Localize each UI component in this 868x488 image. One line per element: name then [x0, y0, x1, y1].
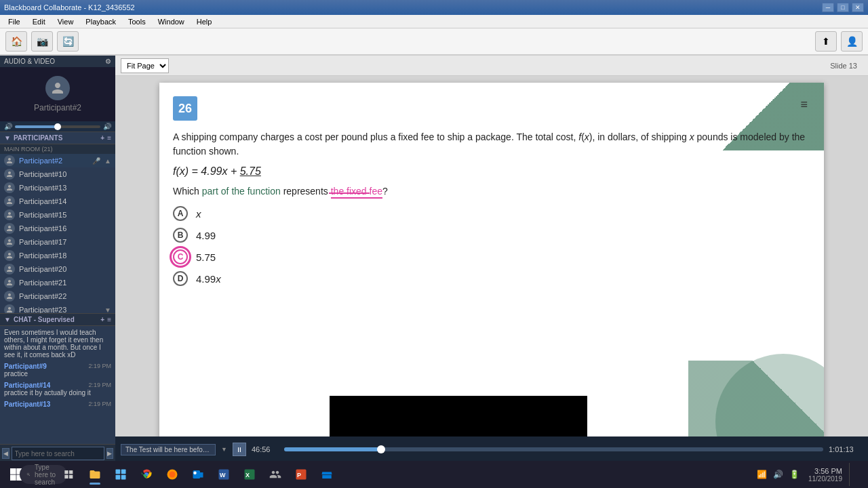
slide-content: A shipping company charges a cost per po…	[173, 130, 810, 293]
menu-file[interactable]: File	[3, 16, 26, 27]
main-layout: AUDIO & VIDEO ⚙ Participant#2 🔊 🔊	[0, 56, 868, 462]
chat-input[interactable]	[12, 447, 104, 460]
tray-volume-icon[interactable]: 🔊	[772, 463, 785, 486]
participant-item[interactable]: Participant#23 ▼	[0, 303, 115, 313]
menu-window[interactable]: Window	[153, 16, 190, 27]
page-controls: Fit Page 50% 75% 100% 150% Slide 13	[115, 56, 868, 76]
av-header: AUDIO & VIDEO ⚙	[0, 56, 115, 67]
taskbar-word[interactable]: W	[212, 463, 236, 486]
taskbar-people[interactable]	[263, 463, 288, 486]
option-text-b: 4.99	[196, 230, 216, 241]
slide-formula: f(x) = 4.99x + 5.75	[173, 165, 810, 178]
system-clock[interactable]: 3:56 PM 11/20/2019	[804, 467, 846, 483]
participant-item[interactable]: Participant#13	[0, 181, 115, 195]
toolbar-refresh-button[interactable]: 🔄	[57, 31, 79, 52]
show-desktop-button[interactable]	[849, 463, 863, 486]
menu-playback[interactable]: Playback	[80, 16, 121, 27]
maximize-button[interactable]: □	[837, 3, 849, 12]
slide-viewport: 26 ≡ A shipping company charges a cost p…	[115, 76, 868, 436]
chat-message: Participant#9 2:19 PM practice	[4, 363, 111, 378]
avatar	[4, 196, 15, 207]
participant-item[interactable]: Participant#14	[0, 195, 115, 208]
chat-menu-button[interactable]: ≡	[107, 316, 111, 323]
volume-slider[interactable]	[15, 125, 100, 128]
progress-track[interactable]	[284, 447, 823, 451]
participant-item[interactable]: Participant#2 🎤 ▲	[0, 154, 115, 167]
chat-sender: Participant#14	[4, 382, 50, 389]
participant-item[interactable]: Participant#10	[0, 167, 115, 181]
menu-view[interactable]: View	[52, 16, 79, 27]
participants-menu-button[interactable]: ≡	[107, 134, 111, 142]
option-circle-a[interactable]: A	[173, 206, 188, 221]
taskbar-outlook[interactable]	[186, 463, 210, 486]
slide-number-badge: 26	[173, 96, 197, 121]
taskbar-microsoft-store[interactable]	[315, 463, 339, 486]
taskbar-apps[interactable]	[108, 463, 133, 486]
taskbar-powerpoint[interactable]: P	[289, 463, 313, 486]
taskbar-chrome[interactable]	[134, 463, 159, 486]
participant-name: Participant#16	[19, 224, 111, 232]
chat-time: 2:19 PM	[88, 401, 111, 407]
chat-prev-button[interactable]: ◀	[2, 448, 9, 459]
taskbar-firefox[interactable]	[160, 463, 184, 486]
taskbar-search[interactable]: Type here to search	[31, 463, 56, 486]
avatar	[4, 182, 15, 193]
menu-help[interactable]: Help	[191, 16, 218, 27]
avatar	[4, 277, 15, 288]
playback-dropdown[interactable]: ▼	[221, 446, 227, 453]
left-panel: AUDIO & VIDEO ⚙ Participant#2 🔊 🔊	[0, 56, 115, 462]
minimize-button[interactable]: ─	[822, 3, 834, 12]
tray-network-icon[interactable]: 📶	[755, 463, 769, 486]
svg-text:P: P	[297, 472, 301, 479]
chat-message: Participant#13 2:19 PM	[4, 401, 111, 408]
answer-option-a: A x	[173, 206, 810, 221]
toolbar-home-button[interactable]: 🏠	[5, 31, 27, 52]
toolbar-camera-button[interactable]: 📷	[31, 31, 53, 52]
toolbar-person-button[interactable]: 👤	[841, 31, 863, 52]
chat-text: practice it by actually doing it	[4, 389, 111, 396]
participant-name: Participant#23	[19, 306, 100, 313]
participant-item[interactable]: Participant#20	[0, 262, 115, 276]
option-circle-b[interactable]: B	[173, 228, 188, 243]
chat-next-button[interactable]: ▶	[106, 448, 114, 459]
svg-rect-8	[193, 472, 197, 475]
option-circle-d[interactable]: D	[173, 271, 188, 286]
tray-battery-icon[interactable]: 🔋	[788, 463, 802, 486]
progress-thumb[interactable]	[377, 445, 385, 453]
participant-item[interactable]: Participant#22	[0, 289, 115, 303]
scroll-down-button[interactable]: ▼	[104, 306, 111, 314]
taskbar-excel[interactable]: X	[237, 463, 262, 486]
chat-add-button[interactable]: +	[100, 316, 104, 323]
participant-item[interactable]: Participant#21	[0, 276, 115, 289]
av-title: AUDIO & VIDEO	[4, 58, 55, 65]
slide-indicator: Slide 13	[830, 62, 863, 70]
collapse-icon[interactable]: ▼	[4, 134, 11, 142]
participant-item[interactable]: Participant#17	[0, 235, 115, 249]
taskbar-task-view[interactable]	[57, 463, 81, 486]
avatar	[4, 264, 15, 274]
taskbar-file-explorer[interactable]	[83, 463, 107, 486]
chat-collapse-icon[interactable]: ▼	[4, 316, 11, 323]
participant-name: Participant#18	[19, 251, 111, 260]
progress-fill	[284, 447, 381, 451]
chat-time: 2:19 PM	[88, 363, 111, 369]
participant-item[interactable]: Participant#16	[0, 222, 115, 235]
svg-rect-1	[121, 470, 126, 474]
chat-message: Even sometimes I would teach others, I m…	[4, 329, 111, 359]
play-pause-button[interactable]: ⏸	[233, 443, 246, 456]
add-participant-button[interactable]: +	[100, 134, 104, 142]
fit-page-select[interactable]: Fit Page 50% 75% 100% 150%	[121, 58, 169, 73]
menu-edit[interactable]: Edit	[27, 16, 51, 27]
answer-option-b: B 4.99	[173, 228, 810, 243]
moderator-icon: 🎤	[92, 157, 100, 165]
scroll-up-button[interactable]: ▲	[104, 157, 111, 165]
close-button[interactable]: ✕	[852, 3, 864, 12]
slide-menu-icon[interactable]: ≡	[800, 98, 808, 112]
toolbar-upload-button[interactable]: ⬆	[815, 31, 837, 52]
participant-item[interactable]: Participant#15	[0, 208, 115, 222]
av-icon: ⚙	[105, 58, 111, 65]
title-bar: Blackboard Collaborate - K12_3436552 ─ □…	[0, 0, 868, 15]
menu-tools[interactable]: Tools	[123, 16, 151, 27]
option-circle-c[interactable]: C	[173, 249, 188, 264]
participant-item[interactable]: Participant#18	[0, 249, 115, 262]
